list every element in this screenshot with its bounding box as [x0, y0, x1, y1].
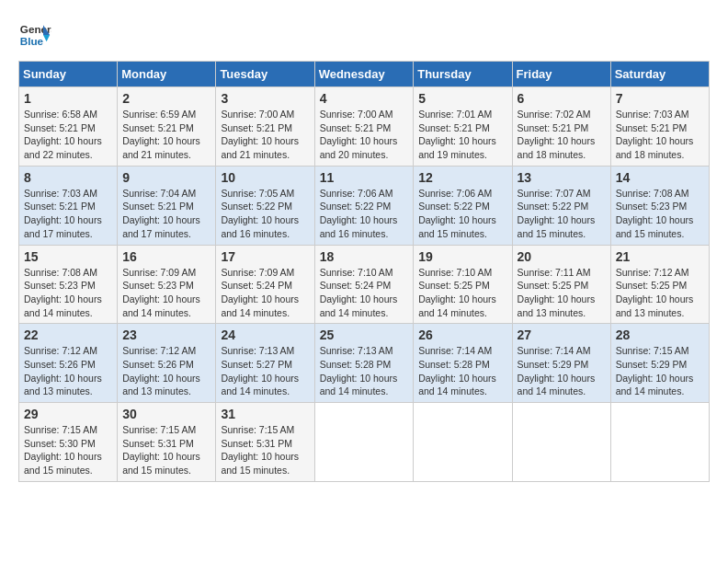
day-number: 3 — [221, 91, 309, 106]
calendar-day-cell: 8 Sunrise: 7:03 AM Sunset: 5:21 PM Dayli… — [19, 166, 118, 245]
day-number: 23 — [122, 327, 210, 342]
day-info: Sunrise: 7:14 AM Sunset: 5:29 PM Dayligh… — [518, 344, 606, 398]
calendar-day-cell: 14 Sunrise: 7:08 AM Sunset: 5:23 PM Dayl… — [610, 166, 709, 245]
day-number: 20 — [518, 249, 606, 264]
calendar-day-cell: 3 Sunrise: 7:00 AM Sunset: 5:21 PM Dayli… — [216, 87, 314, 167]
calendar-day-cell: 11 Sunrise: 7:06 AM Sunset: 5:22 PM Dayl… — [314, 166, 414, 245]
calendar-day-cell: 29 Sunrise: 7:15 AM Sunset: 5:30 PM Dayl… — [19, 403, 118, 482]
weekday-header: Thursday — [414, 62, 512, 87]
calendar-day-cell: 24 Sunrise: 7:13 AM Sunset: 5:27 PM Dayl… — [216, 324, 314, 403]
day-number: 18 — [320, 249, 409, 264]
calendar-day-cell: 19 Sunrise: 7:10 AM Sunset: 5:25 PM Dayl… — [414, 245, 512, 324]
day-number: 7 — [616, 91, 704, 106]
weekday-header: Sunday — [19, 62, 118, 87]
calendar-day-cell: 10 Sunrise: 7:05 AM Sunset: 5:22 PM Dayl… — [216, 166, 314, 245]
day-number: 17 — [221, 249, 309, 264]
day-number: 28 — [616, 327, 704, 342]
day-number: 1 — [24, 91, 112, 106]
day-info: Sunrise: 7:12 AM Sunset: 5:26 PM Dayligh… — [122, 344, 210, 398]
calendar-day-cell — [512, 403, 610, 482]
day-number: 27 — [518, 327, 606, 342]
calendar-day-cell: 25 Sunrise: 7:13 AM Sunset: 5:28 PM Dayl… — [314, 324, 414, 403]
day-info: Sunrise: 7:06 AM Sunset: 5:22 PM Dayligh… — [418, 187, 506, 241]
calendar-day-cell — [314, 403, 414, 482]
page-header: General Blue — [18, 18, 710, 52]
day-info: Sunrise: 6:58 AM Sunset: 5:21 PM Dayligh… — [24, 108, 112, 162]
calendar-day-cell: 12 Sunrise: 7:06 AM Sunset: 5:22 PM Dayl… — [414, 166, 512, 245]
calendar-day-cell: 13 Sunrise: 7:07 AM Sunset: 5:22 PM Dayl… — [512, 166, 610, 245]
calendar-table: SundayMondayTuesdayWednesdayThursdayFrid… — [18, 61, 710, 482]
calendar-day-cell: 9 Sunrise: 7:04 AM Sunset: 5:21 PM Dayli… — [118, 166, 216, 245]
day-number: 16 — [122, 249, 210, 264]
calendar-day-cell — [414, 403, 512, 482]
weekday-header: Tuesday — [216, 62, 314, 87]
day-number: 25 — [320, 327, 409, 342]
calendar-day-cell: 23 Sunrise: 7:12 AM Sunset: 5:26 PM Dayl… — [118, 324, 216, 403]
day-number: 4 — [320, 91, 409, 106]
day-number: 29 — [24, 407, 112, 421]
day-info: Sunrise: 7:08 AM Sunset: 5:23 PM Dayligh… — [616, 187, 704, 241]
day-info: Sunrise: 7:15 AM Sunset: 5:31 PM Dayligh… — [221, 423, 309, 477]
day-info: Sunrise: 7:12 AM Sunset: 5:25 PM Dayligh… — [616, 266, 704, 320]
day-number: 14 — [616, 170, 704, 185]
day-info: Sunrise: 6:59 AM Sunset: 5:21 PM Dayligh… — [122, 108, 210, 162]
day-number: 24 — [221, 327, 309, 342]
calendar-day-cell — [610, 403, 709, 482]
day-info: Sunrise: 7:09 AM Sunset: 5:24 PM Dayligh… — [221, 266, 309, 320]
weekday-header: Wednesday — [314, 62, 414, 87]
day-number: 13 — [518, 170, 606, 185]
day-info: Sunrise: 7:08 AM Sunset: 5:23 PM Dayligh… — [24, 266, 112, 320]
day-number: 6 — [518, 91, 606, 106]
logo-icon: General Blue — [18, 18, 51, 52]
day-number: 11 — [320, 170, 409, 185]
weekday-header: Monday — [118, 62, 216, 87]
calendar-day-cell: 2 Sunrise: 6:59 AM Sunset: 5:21 PM Dayli… — [118, 87, 216, 167]
day-info: Sunrise: 7:04 AM Sunset: 5:21 PM Dayligh… — [122, 187, 210, 241]
calendar-day-cell: 21 Sunrise: 7:12 AM Sunset: 5:25 PM Dayl… — [610, 245, 709, 324]
day-info: Sunrise: 7:15 AM Sunset: 5:31 PM Dayligh… — [122, 423, 210, 477]
day-info: Sunrise: 7:06 AM Sunset: 5:22 PM Dayligh… — [320, 187, 409, 241]
day-number: 10 — [221, 170, 309, 185]
calendar-day-cell: 15 Sunrise: 7:08 AM Sunset: 5:23 PM Dayl… — [19, 245, 118, 324]
calendar-day-cell: 26 Sunrise: 7:14 AM Sunset: 5:28 PM Dayl… — [414, 324, 512, 403]
day-number: 5 — [418, 91, 506, 106]
day-number: 30 — [122, 407, 210, 421]
calendar-day-cell: 31 Sunrise: 7:15 AM Sunset: 5:31 PM Dayl… — [216, 403, 314, 482]
calendar-week-row: 29 Sunrise: 7:15 AM Sunset: 5:30 PM Dayl… — [19, 403, 710, 482]
calendar-week-row: 22 Sunrise: 7:12 AM Sunset: 5:26 PM Dayl… — [19, 324, 710, 403]
calendar-day-cell: 30 Sunrise: 7:15 AM Sunset: 5:31 PM Dayl… — [118, 403, 216, 482]
calendar-day-cell: 1 Sunrise: 6:58 AM Sunset: 5:21 PM Dayli… — [19, 87, 118, 167]
svg-text:Blue: Blue — [20, 35, 44, 47]
day-info: Sunrise: 7:00 AM Sunset: 5:21 PM Dayligh… — [320, 108, 409, 162]
day-number: 9 — [122, 170, 210, 185]
day-number: 31 — [221, 407, 309, 421]
day-info: Sunrise: 7:10 AM Sunset: 5:25 PM Dayligh… — [418, 266, 506, 320]
day-info: Sunrise: 7:03 AM Sunset: 5:21 PM Dayligh… — [24, 187, 112, 241]
calendar-week-row: 1 Sunrise: 6:58 AM Sunset: 5:21 PM Dayli… — [19, 87, 710, 167]
day-info: Sunrise: 7:15 AM Sunset: 5:29 PM Dayligh… — [616, 344, 704, 398]
day-info: Sunrise: 7:03 AM Sunset: 5:21 PM Dayligh… — [616, 108, 704, 162]
calendar-day-cell: 4 Sunrise: 7:00 AM Sunset: 5:21 PM Dayli… — [314, 87, 414, 167]
calendar-day-cell: 17 Sunrise: 7:09 AM Sunset: 5:24 PM Dayl… — [216, 245, 314, 324]
day-info: Sunrise: 7:10 AM Sunset: 5:24 PM Dayligh… — [320, 266, 409, 320]
day-info: Sunrise: 7:13 AM Sunset: 5:27 PM Dayligh… — [221, 344, 309, 398]
calendar-day-cell: 7 Sunrise: 7:03 AM Sunset: 5:21 PM Dayli… — [610, 87, 709, 167]
calendar-day-cell: 5 Sunrise: 7:01 AM Sunset: 5:21 PM Dayli… — [414, 87, 512, 167]
day-info: Sunrise: 7:13 AM Sunset: 5:28 PM Dayligh… — [320, 344, 409, 398]
weekday-header: Saturday — [610, 62, 709, 87]
day-info: Sunrise: 7:07 AM Sunset: 5:22 PM Dayligh… — [518, 187, 606, 241]
calendar-day-cell: 22 Sunrise: 7:12 AM Sunset: 5:26 PM Dayl… — [19, 324, 118, 403]
day-number: 2 — [122, 91, 210, 106]
calendar-day-cell: 20 Sunrise: 7:11 AM Sunset: 5:25 PM Dayl… — [512, 245, 610, 324]
day-info: Sunrise: 7:02 AM Sunset: 5:21 PM Dayligh… — [518, 108, 606, 162]
logo: General Blue — [18, 18, 51, 52]
calendar-day-cell: 28 Sunrise: 7:15 AM Sunset: 5:29 PM Dayl… — [610, 324, 709, 403]
day-number: 22 — [24, 327, 112, 342]
day-number: 19 — [418, 249, 506, 264]
day-info: Sunrise: 7:15 AM Sunset: 5:30 PM Dayligh… — [24, 423, 112, 477]
calendar-day-cell: 27 Sunrise: 7:14 AM Sunset: 5:29 PM Dayl… — [512, 324, 610, 403]
day-info: Sunrise: 7:05 AM Sunset: 5:22 PM Dayligh… — [221, 187, 309, 241]
day-number: 15 — [24, 249, 112, 264]
day-info: Sunrise: 7:11 AM Sunset: 5:25 PM Dayligh… — [518, 266, 606, 320]
day-info: Sunrise: 7:09 AM Sunset: 5:23 PM Dayligh… — [122, 266, 210, 320]
